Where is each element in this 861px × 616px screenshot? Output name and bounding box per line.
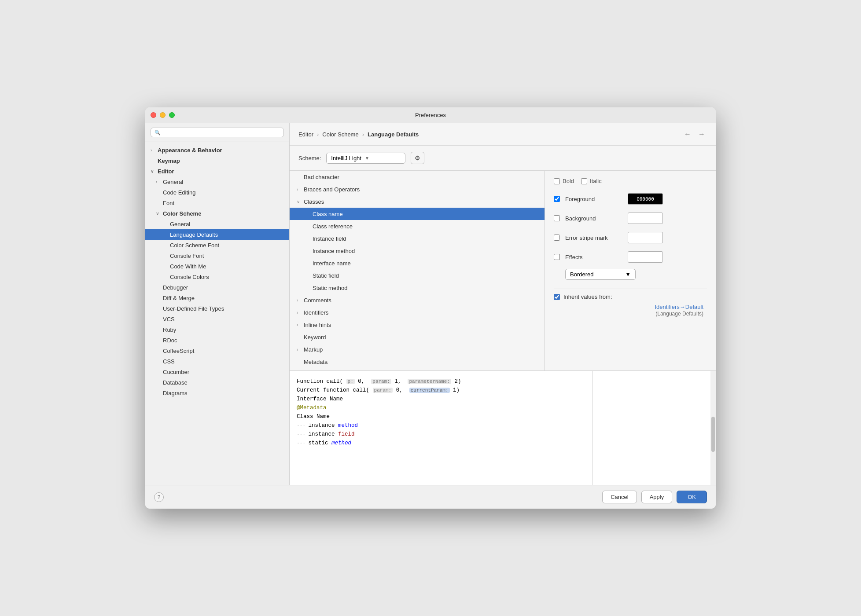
sidebar-item-label: VCS <box>163 316 175 323</box>
sidebar-item-cs-general[interactable]: General <box>145 219 289 229</box>
list-item-class-name[interactable]: Class name <box>290 208 545 220</box>
preview-line-5: Class Name <box>297 412 585 421</box>
preview-side <box>592 371 716 485</box>
sidebar-item-appearance[interactable]: › Appearance & Behavior <box>145 145 289 155</box>
background-color-swatch[interactable] <box>628 213 663 224</box>
italic-checkbox[interactable] <box>581 178 587 184</box>
scheme-dropdown[interactable]: IntelliJ Light ▼ <box>326 153 405 164</box>
apply-button[interactable]: Apply <box>641 491 673 503</box>
bold-checkbox[interactable] <box>554 178 560 184</box>
sidebar-item-language-defaults[interactable]: Language Defaults <box>145 229 289 240</box>
sidebar-item-database[interactable]: Database <box>145 377 289 388</box>
list-item-metadata[interactable]: Metadata <box>290 356 545 368</box>
sidebar-item-code-editing[interactable]: Code Editing <box>145 187 289 198</box>
preview-line6-prefix: instance <box>308 422 338 429</box>
sidebar-item-color-scheme[interactable]: ∨ Color Scheme <box>145 208 289 219</box>
sidebar-item-font[interactable]: Font <box>145 198 289 208</box>
sidebar-item-label: Code Editing <box>163 189 195 196</box>
sidebar-item-label: Appearance & Behavior <box>158 147 222 154</box>
sidebar-item-cucumber[interactable]: Cucumber <box>145 367 289 377</box>
list-item-braces[interactable]: › Braces and Operators <box>290 183 545 195</box>
list-item-bad-character[interactable]: Bad character <box>290 171 545 183</box>
arrow-icon: › <box>297 298 304 303</box>
sidebar-item-editor[interactable]: ∨ Editor <box>145 166 289 176</box>
list-item-classes[interactable]: ∨ Classes <box>290 195 545 208</box>
sidebar-item-code-with-me[interactable]: Code With Me <box>145 261 289 271</box>
preview-field-1: field <box>338 431 355 437</box>
inherit-checkbox[interactable] <box>554 294 560 300</box>
scrollbar-track[interactable] <box>710 371 716 485</box>
list-item-static-method[interactable]: Static method <box>290 282 545 294</box>
minimize-button[interactable] <box>160 112 166 118</box>
sidebar-item-vcs[interactable]: VCS <box>145 314 289 324</box>
error-stripe-color-swatch[interactable] <box>628 232 663 243</box>
inherit-row: Inherit values from: <box>554 293 707 300</box>
background-row: Background <box>554 211 707 226</box>
sidebar-item-css[interactable]: CSS <box>145 356 289 367</box>
bold-checkbox-label[interactable]: Bold <box>554 178 574 184</box>
list-item-label: Class name <box>313 211 343 217</box>
list-item-label: Inline hints <box>304 322 331 328</box>
gear-button[interactable]: ⚙ <box>411 152 424 164</box>
error-stripe-row: Error stripe mark <box>554 230 707 245</box>
effects-color-swatch[interactable] <box>628 251 663 263</box>
sidebar-item-label: Debugger <box>163 284 188 291</box>
sidebar-item-diff-merge[interactable]: Diff & Merge <box>145 293 289 303</box>
sidebar-item-label: General <box>170 221 190 227</box>
list-item-keyword[interactable]: Keyword <box>290 331 545 343</box>
sidebar-item-user-defined[interactable]: User-Defined File Types <box>145 303 289 314</box>
list-item-instance-method[interactable]: Instance method <box>290 245 545 257</box>
preview-val2: 1, <box>394 378 405 385</box>
foreground-checkbox[interactable] <box>554 196 560 202</box>
forward-button[interactable]: → <box>696 129 707 139</box>
effects-checkbox[interactable] <box>554 254 560 260</box>
preview-param-label-p: p: <box>346 379 355 384</box>
list-item-markup[interactable]: › Markup <box>290 343 545 356</box>
sidebar-item-console-colors[interactable]: Console Colors <box>145 271 289 282</box>
sidebar-item-color-scheme-font[interactable]: Color Scheme Font <box>145 240 289 250</box>
close-button[interactable] <box>151 112 156 118</box>
list-item-label: Identifiers <box>304 309 328 316</box>
list-item-instance-field[interactable]: Instance field <box>290 232 545 245</box>
inherit-section: Inherit values from: Identifiers→Default… <box>554 289 707 317</box>
arrow-icon: › <box>297 310 304 315</box>
list-item-identifiers[interactable]: › Identifiers <box>290 306 545 319</box>
maximize-button[interactable] <box>169 112 175 118</box>
sidebar-item-coffeescript[interactable]: CoffeeScript <box>145 345 289 356</box>
sidebar-item-label: RDoc <box>163 337 177 344</box>
back-button[interactable]: ← <box>682 129 693 139</box>
preview-line-2: Current function call( param: 0, current… <box>297 386 585 395</box>
sidebar-item-debugger[interactable]: Debugger <box>145 282 289 293</box>
sidebar-item-general[interactable]: › General <box>145 176 289 187</box>
list-item-comments[interactable]: › Comments <box>290 294 545 306</box>
scrollbar-thumb[interactable] <box>711 417 715 452</box>
sidebar-item-ruby[interactable]: Ruby <box>145 324 289 335</box>
sidebar-item-label: Diff & Merge <box>163 295 195 301</box>
list-item-label: Braces and Operators <box>304 186 360 193</box>
search-input[interactable] <box>163 129 280 136</box>
help-button[interactable]: ? <box>154 492 164 502</box>
props-pane: Bold Italic Foreground 000000 <box>545 171 716 370</box>
cancel-button[interactable]: Cancel <box>602 491 637 503</box>
sidebar-item-rdoc[interactable]: RDoc <box>145 335 289 345</box>
list-item-class-reference[interactable]: Class reference <box>290 220 545 232</box>
sidebar-item-keymap[interactable]: Keymap <box>145 155 289 166</box>
sidebar-item-label: Font <box>163 200 174 206</box>
list-item-inline-hints[interactable]: › Inline hints <box>290 319 545 331</box>
scheme-row: Scheme: IntelliJ Light ▼ ⚙ <box>290 146 716 171</box>
preview-line-6: ··· instance method <box>297 421 585 430</box>
list-item-static-field[interactable]: Static field <box>290 269 545 282</box>
search-wrap: 🔍 <box>151 128 284 137</box>
effects-type-value: Bordered <box>570 271 593 278</box>
italic-checkbox-label[interactable]: Italic <box>581 178 602 184</box>
sidebar-item-console-font[interactable]: Console Font <box>145 250 289 261</box>
list-item-interface-name[interactable]: Interface name <box>290 257 545 269</box>
foreground-color-swatch[interactable]: 000000 <box>628 193 663 205</box>
sidebar-item-diagrams[interactable]: Diagrams <box>145 388 289 398</box>
preview-code: Function call( p: 0, param: 1, parameter… <box>290 371 592 485</box>
background-checkbox[interactable] <box>554 215 560 221</box>
ok-button[interactable]: OK <box>677 491 707 503</box>
inherit-link[interactable]: Identifiers→Default <box>655 304 703 310</box>
error-stripe-checkbox[interactable] <box>554 235 560 241</box>
effects-type-dropdown[interactable]: Bordered ▼ <box>565 269 636 280</box>
